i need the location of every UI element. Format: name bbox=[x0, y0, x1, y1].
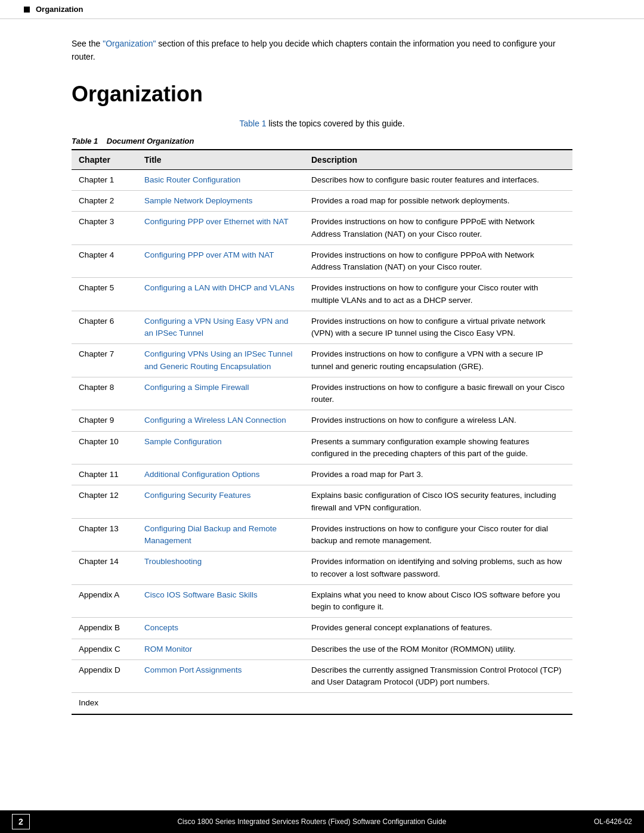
chapter-link[interactable]: Configuring Security Features bbox=[144, 491, 251, 500]
organization-link[interactable]: "Organization" bbox=[103, 39, 156, 48]
cell-description: Explains basic configuration of Cisco IO… bbox=[304, 485, 572, 519]
table-row: Chapter 14TroubleshootingProvides inform… bbox=[72, 552, 572, 585]
cell-chapter: Chapter 4 bbox=[72, 244, 137, 278]
table-row: Chapter 6Configuring a VPN Using Easy VP… bbox=[72, 311, 572, 344]
cell-title[interactable]: Configuring a Wireless LAN Connection bbox=[137, 410, 304, 431]
intro-paragraph: See the "Organization" section of this p… bbox=[72, 37, 572, 64]
table-row: Chapter 10Sample ConfigurationPresents a… bbox=[72, 431, 572, 465]
cell-title[interactable]: Configuring a LAN with DHCP and VLANs bbox=[137, 278, 304, 311]
cell-description: Provides a road map for possible network… bbox=[304, 191, 572, 212]
table-row: Chapter 11Additional Configuration Optio… bbox=[72, 465, 572, 485]
chapter-link[interactable]: Configuring a VPN Using Easy VPN and an … bbox=[144, 317, 289, 337]
cell-title bbox=[137, 693, 304, 714]
chapter-link[interactable]: Concepts bbox=[144, 623, 178, 632]
page-number: 2 bbox=[12, 814, 30, 829]
cell-title[interactable]: Sample Configuration bbox=[137, 431, 304, 465]
cell-title[interactable]: Configuring Dial Backup and Remote Manag… bbox=[137, 518, 304, 552]
chapter-link[interactable]: Additional Configuration Options bbox=[144, 470, 260, 479]
table-caption: Table 1 Document Organization bbox=[72, 137, 572, 145]
table-row: Chapter 5Configuring a LAN with DHCP and… bbox=[72, 278, 572, 311]
section-title: Organization bbox=[72, 82, 572, 107]
table-header-row: Chapter Title Description bbox=[72, 150, 572, 170]
cell-title[interactable]: Configuring a Simple Firewall bbox=[137, 377, 304, 410]
cell-chapter: Chapter 8 bbox=[72, 377, 137, 410]
cell-description: Provides instructions on how to configur… bbox=[304, 244, 572, 278]
cell-chapter: Chapter 6 bbox=[72, 311, 137, 344]
cell-title[interactable]: Configuring PPP over ATM with NAT bbox=[137, 244, 304, 278]
page-container: Organization See the "Organization" sect… bbox=[0, 0, 644, 833]
cell-title[interactable]: Additional Configuration Options bbox=[137, 465, 304, 485]
table-row: Chapter 2Sample Network DeploymentsProvi… bbox=[72, 191, 572, 212]
cell-description: Describes how to configure basic router … bbox=[304, 169, 572, 190]
cell-title[interactable]: Configuring a VPN Using Easy VPN and an … bbox=[137, 311, 304, 344]
bottom-bar: 2 Cisco 1800 Series Integrated Services … bbox=[0, 810, 644, 833]
cell-title[interactable]: Configuring Security Features bbox=[137, 485, 304, 519]
cell-description: Explains what you need to know about Cis… bbox=[304, 584, 572, 618]
cell-description: Provides instructions on how to configur… bbox=[304, 311, 572, 344]
chapter-link[interactable]: Configuring a Wireless LAN Connection bbox=[144, 416, 286, 425]
cell-description: Provides instructions on how to configur… bbox=[304, 410, 572, 431]
chapter-link[interactable]: Troubleshooting bbox=[144, 557, 202, 566]
cell-description: Provides information on identifying and … bbox=[304, 552, 572, 585]
table-row: Chapter 13Configuring Dial Backup and Re… bbox=[72, 518, 572, 552]
table-row: Appendix BConceptsProvides general conce… bbox=[72, 618, 572, 639]
cell-chapter: Chapter 12 bbox=[72, 485, 137, 519]
cell-title[interactable]: Configuring PPP over Ethernet with NAT bbox=[137, 212, 304, 245]
cell-chapter: Appendix D bbox=[72, 659, 137, 693]
chapter-link[interactable]: Configuring PPP over Ethernet with NAT bbox=[144, 217, 289, 226]
chapter-link[interactable]: Configuring PPP over ATM with NAT bbox=[144, 250, 274, 259]
chapter-link[interactable]: Common Port Assignments bbox=[144, 665, 242, 674]
cell-chapter: Chapter 2 bbox=[72, 191, 137, 212]
cell-chapter: Chapter 13 bbox=[72, 518, 137, 552]
cell-description: Provides instructions on how to configur… bbox=[304, 377, 572, 410]
chapter-link[interactable]: Cisco IOS Software Basic Skills bbox=[144, 590, 258, 599]
table-caption-title: Document Organization bbox=[107, 137, 194, 145]
chapter-link[interactable]: Configuring VPNs Using an IPSec Tunnel a… bbox=[144, 349, 292, 370]
chapter-link[interactable]: Configuring a Simple Firewall bbox=[144, 383, 249, 392]
chapter-link[interactable]: Configuring a LAN with DHCP and VLANs bbox=[144, 283, 295, 292]
cell-title[interactable]: Basic Router Configuration bbox=[137, 169, 304, 190]
cell-chapter: Chapter 10 bbox=[72, 431, 137, 465]
cell-title[interactable]: Sample Network Deployments bbox=[137, 191, 304, 212]
cell-chapter: Chapter 14 bbox=[72, 552, 137, 585]
cell-chapter: Chapter 9 bbox=[72, 410, 137, 431]
footer-center-text: Cisco 1800 Series Integrated Services Ro… bbox=[30, 817, 594, 826]
cell-title[interactable]: Concepts bbox=[137, 618, 304, 639]
header-label: Organization bbox=[36, 5, 83, 14]
table-row: Index bbox=[72, 693, 572, 714]
cell-description: Describes the currently assigned Transmi… bbox=[304, 659, 572, 693]
chapter-link[interactable]: Configuring Dial Backup and Remote Manag… bbox=[144, 524, 277, 545]
table-caption-label: Table 1 bbox=[72, 137, 98, 145]
intro-text-before: See the bbox=[72, 39, 103, 48]
table-intro-text: Table 1 lists the topics covered by this… bbox=[72, 119, 572, 128]
cell-chapter: Appendix A bbox=[72, 584, 137, 618]
cell-chapter: Appendix B bbox=[72, 618, 137, 639]
table-row: Chapter 12Configuring Security FeaturesE… bbox=[72, 485, 572, 519]
cell-chapter: Chapter 7 bbox=[72, 344, 137, 377]
footer-doc-number: OL-6426-02 bbox=[594, 817, 632, 826]
cell-title[interactable]: Troubleshooting bbox=[137, 552, 304, 585]
table-row: Appendix ACisco IOS Software Basic Skill… bbox=[72, 584, 572, 618]
table-row: Appendix CROM MonitorDescribes the use o… bbox=[72, 639, 572, 659]
table-row: Appendix DCommon Port AssignmentsDescrib… bbox=[72, 659, 572, 693]
chapter-link[interactable]: ROM Monitor bbox=[144, 645, 192, 654]
table-row: Chapter 7Configuring VPNs Using an IPSec… bbox=[72, 344, 572, 377]
chapter-link[interactable]: Sample Network Deployments bbox=[144, 196, 253, 205]
cell-chapter: Chapter 11 bbox=[72, 465, 137, 485]
col-header-title: Title bbox=[137, 150, 304, 170]
chapter-link[interactable]: Sample Configuration bbox=[144, 437, 222, 446]
table-row: Chapter 3Configuring PPP over Ethernet w… bbox=[72, 212, 572, 245]
cell-title[interactable]: Cisco IOS Software Basic Skills bbox=[137, 584, 304, 618]
main-content: See the "Organization" section of this p… bbox=[0, 19, 644, 763]
col-header-description: Description bbox=[304, 150, 572, 170]
table-intro-after: lists the topics covered by this guide. bbox=[267, 119, 405, 128]
cell-title[interactable]: Common Port Assignments bbox=[137, 659, 304, 693]
table1-link[interactable]: Table 1 bbox=[239, 119, 266, 128]
cell-title[interactable]: ROM Monitor bbox=[137, 639, 304, 659]
cell-description: Describes the use of the ROM Monitor (RO… bbox=[304, 639, 572, 659]
table-row: Chapter 9Configuring a Wireless LAN Conn… bbox=[72, 410, 572, 431]
cell-title[interactable]: Configuring VPNs Using an IPSec Tunnel a… bbox=[137, 344, 304, 377]
chapter-link[interactable]: Basic Router Configuration bbox=[144, 175, 240, 184]
cell-chapter: Appendix C bbox=[72, 639, 137, 659]
table-row: Chapter 1Basic Router ConfigurationDescr… bbox=[72, 169, 572, 190]
